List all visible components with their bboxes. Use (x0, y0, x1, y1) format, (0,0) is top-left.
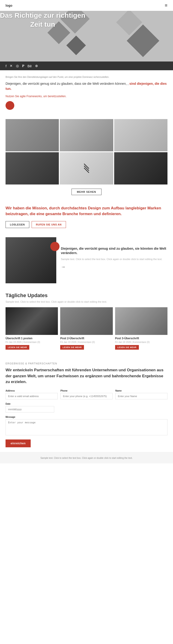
partnerships-section: ERGEBNISSE & PARTNERSCHAFTEN Wir entwick… (0, 356, 173, 452)
partner-label: ERGEBNISSE & PARTNERSCHAFTEN (6, 362, 167, 365)
address-input[interactable] (6, 393, 58, 400)
post-card-1: Überschrift 1 posten Fri Jan 19 2026 | K… (6, 307, 58, 350)
feature-red-dot (50, 242, 60, 251)
social-bar: f ✕ ◎ 𝐏 Bē ⊕ (0, 62, 173, 70)
name-input[interactable] (115, 393, 167, 400)
instagram-icon[interactable]: ◎ (16, 64, 19, 68)
post-title-2: Post 2-Überschrift (60, 337, 113, 340)
phone-field-group: Phone (60, 390, 113, 400)
header: logo ≡ (0, 0, 173, 11)
phone-input[interactable] (60, 393, 113, 400)
message-input[interactable] (6, 419, 167, 435)
date-field-group: Date (6, 402, 167, 412)
gallery-lines-decoration (83, 166, 90, 171)
post-image-2 (60, 307, 113, 335)
form-row-message: Message (6, 416, 167, 436)
post-card-2: Post 2-Überschrift Fri Jan 19 2026 | Kom… (60, 307, 113, 350)
message-field-group: Message (6, 416, 167, 436)
post-meta-2: Fri Jan 19 2026 | Kommentare (0) (60, 341, 113, 344)
hero: Das Richtige zur richtigen Zeit tun (0, 11, 173, 62)
feature-sample-text: Sample text. Click to select the text bo… (61, 257, 167, 261)
partner-title: Wir entwickeln Partnerschaften mit führe… (6, 367, 167, 385)
feature-arrow-icon: → (61, 264, 167, 270)
red-circle-decoration (6, 101, 14, 110)
message-label: Message (6, 416, 167, 418)
intro-section: Bringen Sie Ihre den Dienstleistungslage… (0, 70, 173, 117)
feature-section: Diejenigen, die verrückt genug sind zu g… (0, 233, 173, 288)
intro-main-text: Diejenigen, die verrückt genug sind zu g… (6, 81, 167, 92)
date-input[interactable] (6, 406, 54, 412)
name-field-group: Name (115, 390, 167, 400)
posts-grid: Überschrift 1 posten Fri Jan 19 2026 | K… (6, 307, 167, 350)
post-title-3: Post 3-Überschrift (115, 337, 167, 340)
gallery-more-row: MEHR SEHEN (6, 189, 167, 195)
post-title-1: Überschrift 1 posten (6, 337, 58, 340)
feature-title: Diejenigen, die verrückt genug sind zu g… (61, 246, 167, 256)
gallery-more-button[interactable]: MEHR SEHEN (72, 189, 101, 195)
feature-image (6, 237, 56, 283)
phone-label: Phone (60, 390, 113, 392)
footer-note: Sample text. Click to select the text bo… (0, 452, 173, 464)
post-image-1 (6, 307, 58, 335)
address-label: Address (6, 390, 58, 392)
post-read-more-3[interactable]: LESEN SIE MEHR (115, 345, 139, 350)
feature-content: Diejenigen, die verrückt genug sind zu g… (61, 237, 167, 270)
gallery-cell-6 (114, 152, 167, 184)
gallery-cell-3 (114, 119, 167, 151)
mission-text: Wir haben die Mission, durch durchdachte… (6, 205, 167, 217)
form-row-1: Address Phone Name (6, 390, 167, 400)
footer-note-text: Sample text. Click to select the text bo… (40, 457, 133, 459)
facebook-icon[interactable]: f (6, 64, 7, 68)
gallery-cell-2 (60, 119, 113, 151)
address-field-group: Address (6, 390, 58, 400)
post-meta-3: Fri Jan 19 2026 | Kommentare (0) (115, 341, 167, 344)
daily-title: Tägliche Updates (6, 292, 167, 298)
intro-breadcrumb: Bringen Sie Ihre den Dienstleistungslage… (6, 76, 167, 78)
logo: logo (6, 4, 13, 7)
post-image-3 (115, 307, 167, 335)
gallery-cell-1 (6, 119, 59, 151)
post-read-more-2[interactable]: LESEN SIE MEHR (60, 345, 84, 350)
pinterest-icon[interactable]: 𝐏 (22, 64, 24, 68)
post-card-3: Post 3-Überschrift Fri Jan 19 2026 | Kom… (115, 307, 167, 350)
gallery-cell-4 (6, 152, 59, 184)
daily-sample-text: Sample text. Click to select the text bo… (6, 300, 167, 304)
dribbble-icon[interactable]: ⊕ (35, 64, 38, 68)
hero-title: Das Richtige zur richtigen Zeit tun (0, 11, 85, 29)
mission-section: Wir haben die Mission, durch durchdachte… (0, 200, 173, 233)
post-meta-1: Fri Jan 19 2026 | Kommentare (0) (6, 341, 58, 344)
gallery-grid (6, 119, 167, 184)
name-label: Name (115, 390, 167, 392)
hero-diamond-5 (66, 36, 86, 55)
post-read-more-1[interactable]: LESEN SIE MEHR (6, 345, 29, 350)
submit-button[interactable]: einreichen (6, 440, 31, 447)
date-label: Date (6, 402, 167, 405)
gallery-cell-5 (60, 152, 113, 184)
form-row-date: Date (6, 402, 167, 412)
intro-sub-text: Nutzen Sie agile Frameworks, um bereitzu… (6, 95, 167, 98)
gallery-section: MEHR SEHEN (0, 117, 173, 200)
behance-icon[interactable]: Bē (28, 64, 32, 68)
mission-buttons: LOSLEGEN RUFEN SIE UNS AN (6, 221, 167, 228)
daily-updates-section: Tägliche Updates Sample text. Click to s… (0, 288, 173, 357)
twitter-icon[interactable]: ✕ (10, 64, 13, 68)
hamburger-menu[interactable]: ≡ (165, 3, 167, 8)
loslegen-button[interactable]: LOSLEGEN (6, 221, 29, 228)
call-us-button[interactable]: RUFEN SIE UNS AN (32, 221, 66, 228)
